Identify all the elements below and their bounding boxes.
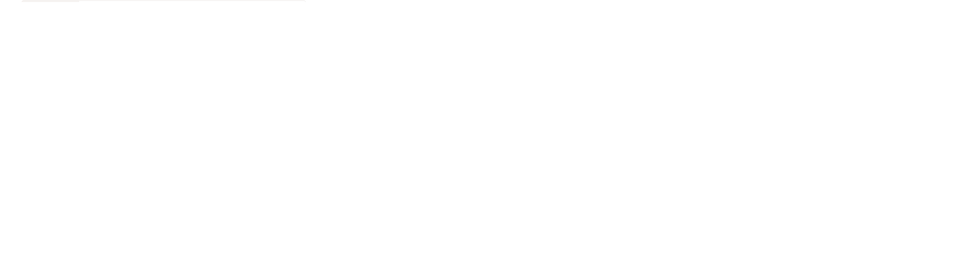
main-content: Virtual Instances Search By Name — [79, 1, 305, 2]
cloud-panel: CLOUD Project ID Test project — [22, 0, 306, 2]
sidebar: CLOUD Project ID Test project — [22, 1, 79, 2]
